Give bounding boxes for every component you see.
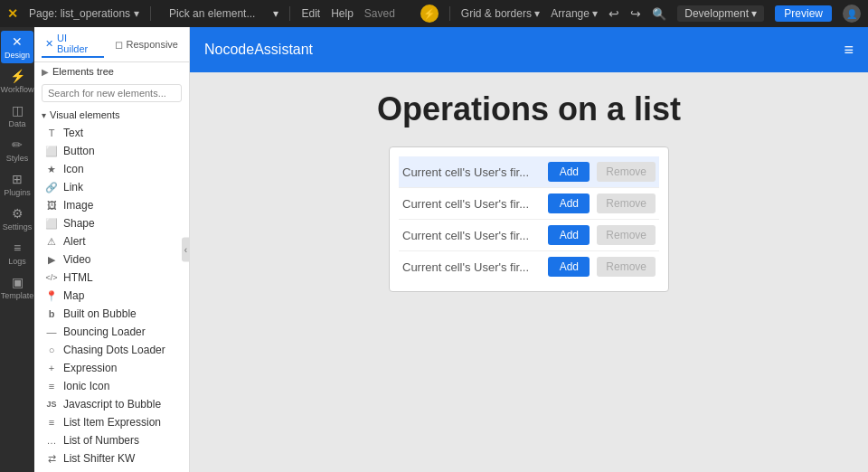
element-item-shape[interactable]: ⬜ Shape: [34, 214, 189, 232]
list-row-text-1: Current cell's User's fir...: [402, 165, 541, 179]
add-button-4[interactable]: Add: [548, 257, 590, 277]
bolt-icon: ⚡: [420, 5, 439, 23]
element-item-video[interactable]: ▶ Video: [34, 250, 189, 269]
elements-tree-label: Elements tree: [52, 66, 114, 77]
element-item-text[interactable]: T Text: [34, 124, 189, 142]
element-item-link[interactable]: 🔗 Link: [34, 178, 189, 196]
visual-elements-label: Visual elements: [50, 109, 119, 120]
template-icon: ▣: [12, 275, 24, 289]
sidebar-item-design[interactable]: ✕ Design: [1, 31, 33, 63]
topbar-divider2: [289, 6, 290, 21]
list-row: Current cell's User's fir... Add Remove: [399, 188, 659, 220]
elements-tree-arrow-icon: ▶: [42, 67, 49, 77]
topbar-page[interactable]: Page: list_operations ▾: [29, 7, 139, 20]
topbar-divider3: [449, 6, 450, 21]
visual-elements-header[interactable]: ▾ Visual elements: [34, 106, 189, 124]
list-row: Current cell's User's fir... Add Remove: [399, 251, 659, 282]
element-item-expression[interactable]: + Expression: [34, 359, 189, 377]
element-item-alert[interactable]: ⚠ Alert: [34, 232, 189, 250]
ui-builder-icon: ✕: [45, 38, 53, 50]
js-to-bubble-icon: JS: [45, 400, 58, 409]
element-item-ionic-icon[interactable]: ≡ Ionic Icon: [34, 377, 189, 395]
arrange-button[interactable]: Arrange ▾: [551, 7, 598, 20]
page-arrow-icon: ▾: [134, 7, 139, 20]
add-button-2[interactable]: Add: [548, 194, 590, 213]
sidebar-item-plugins-label: Plugins: [4, 188, 31, 197]
element-item-image[interactable]: 🖼 Image: [34, 196, 189, 214]
list-item-expression-icon: ≡: [45, 417, 58, 428]
element-item-list-of-numbers[interactable]: … List of Numbers: [34, 431, 189, 449]
icon-sidebar: ✕ Design ⚡ Workflow ◫ Data ✏ Styles ⊞ Pl…: [0, 27, 34, 472]
sidebar-item-workflow-label: Workflow: [1, 85, 34, 94]
elements-list: T Text ⬜ Button ★ Icon 🔗 Link 🖼 Image ⬜: [34, 124, 189, 472]
pick-element-button[interactable]: Pick an element...: [162, 7, 262, 20]
collapse-panel-button[interactable]: ‹: [182, 238, 190, 262]
remove-button-1[interactable]: Remove: [597, 162, 656, 182]
redo-button[interactable]: ↪: [630, 6, 641, 21]
bouncing-loader-icon: —: [45, 326, 58, 337]
tab-responsive[interactable]: ◻ Responsive: [111, 37, 182, 52]
left-panel-tabs: ✕ UI Builder ◻ Responsive: [34, 27, 189, 62]
help-menu[interactable]: Help: [331, 7, 354, 20]
video-element-icon: ▶: [45, 254, 58, 266]
data-icon: ◫: [12, 103, 24, 118]
topbar-logo: ✕: [7, 6, 18, 21]
element-item-built-on-bubble[interactable]: b Built on Bubble: [34, 305, 189, 323]
sidebar-item-styles-label: Styles: [6, 154, 29, 163]
sidebar-item-plugins[interactable]: ⊞ Plugins: [1, 168, 33, 201]
element-item-chasing-dots[interactable]: ○ Chasing Dots Loader: [34, 341, 189, 359]
canvas-content: Operations on a list Current cell's User…: [190, 72, 868, 472]
text-element-icon: T: [45, 127, 58, 138]
expression-icon: +: [45, 363, 58, 373]
sidebar-item-data[interactable]: ◫ Data: [1, 99, 33, 132]
icon-element-icon: ★: [45, 164, 58, 175]
alert-element-icon: ⚠: [45, 236, 58, 248]
element-item-icon[interactable]: ★ Icon: [34, 160, 189, 178]
search-elements-input[interactable]: [42, 84, 182, 102]
edit-menu[interactable]: Edit: [301, 7, 320, 20]
left-panel: ✕ UI Builder ◻ Responsive ▶ Elements tre…: [34, 27, 190, 472]
element-item-javascript-to-bubble[interactable]: JS Javascript to Bubble: [34, 395, 189, 413]
chasing-dots-icon: ○: [45, 345, 58, 355]
image-element-icon: 🖼: [45, 200, 58, 211]
responsive-icon: ◻: [115, 39, 123, 51]
search-icon[interactable]: 🔍: [652, 7, 666, 21]
tab-ui-builder[interactable]: ✕ UI Builder: [42, 31, 104, 58]
tab-ui-builder-label: UI Builder: [57, 33, 100, 54]
elements-tree-section[interactable]: ▶ Elements tree: [34, 62, 189, 80]
list-row-text-2: Current cell's User's fir...: [402, 197, 541, 211]
preview-button[interactable]: Preview: [775, 5, 832, 22]
element-item-map[interactable]: 📍 Map: [34, 287, 189, 305]
canvas-area: NocodeAssistant ≡ Operations on a list C…: [190, 27, 868, 472]
list-container: Current cell's User's fir... Add Remove …: [389, 146, 669, 292]
list-row: Current cell's User's fir... Add Remove: [399, 220, 659, 251]
remove-button-2[interactable]: Remove: [597, 194, 656, 213]
remove-button-4[interactable]: Remove: [597, 257, 656, 277]
grid-borders-button[interactable]: Grid & borders ▾: [461, 7, 540, 20]
sidebar-item-template[interactable]: ▣ Template: [1, 271, 33, 304]
styles-icon: ✏: [12, 137, 23, 152]
element-item-list-item-expression[interactable]: ≡ List Item Expression: [34, 413, 189, 431]
sidebar-item-styles[interactable]: ✏ Styles: [1, 134, 33, 166]
sidebar-item-workflow[interactable]: ⚡ Workflow: [1, 65, 33, 98]
element-item-button[interactable]: ⬜ Button: [34, 142, 189, 160]
add-button-1[interactable]: Add: [548, 162, 590, 182]
element-item-list-shifter-kw[interactable]: ⇄ List Shifter KW: [34, 449, 189, 467]
add-button-3[interactable]: Add: [548, 225, 590, 245]
html-element-icon: </>: [45, 273, 58, 282]
sidebar-item-logs[interactable]: ≡ Logs: [1, 237, 33, 269]
element-item-bouncing-loader[interactable]: — Bouncing Loader: [34, 323, 189, 341]
hamburger-menu-icon[interactable]: ≡: [844, 41, 854, 60]
element-item-maestro[interactable]: ♪ Maestro: [34, 467, 189, 472]
remove-button-3[interactable]: Remove: [597, 225, 656, 245]
element-item-html[interactable]: </> HTML: [34, 269, 189, 287]
sidebar-item-settings[interactable]: ⚙ Settings: [1, 203, 33, 235]
pick-arrow-icon: ▾: [273, 7, 278, 20]
sidebar-item-logs-label: Logs: [8, 257, 26, 266]
list-row: Current cell's User's fir... Add Remove: [399, 156, 659, 188]
user-avatar[interactable]: 👤: [843, 5, 861, 23]
undo-button[interactable]: ↩: [609, 6, 619, 21]
logs-icon: ≡: [14, 241, 21, 255]
page-label: Page: list_operations: [29, 7, 130, 20]
dev-mode-button[interactable]: Development ▾: [677, 5, 764, 22]
